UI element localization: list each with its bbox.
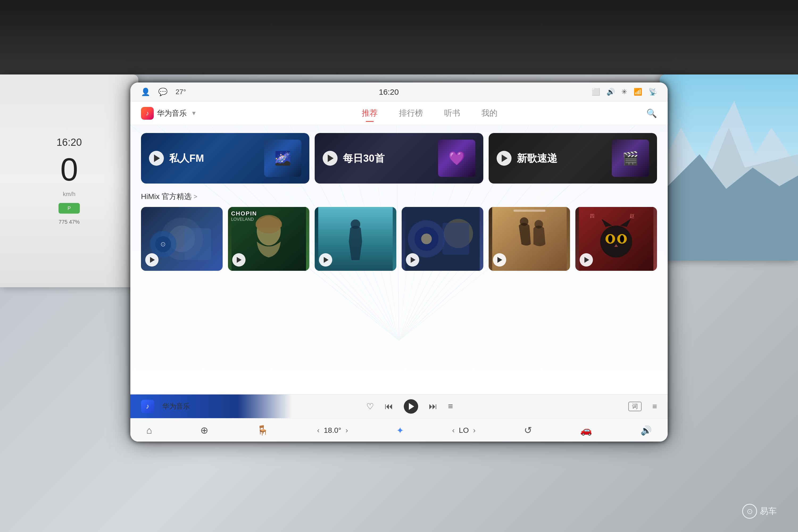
playlist-button[interactable]: ≡ (448, 401, 453, 411)
chopin-text-label: CHOPIN (231, 210, 257, 217)
new-songs-thumbnail: 🎬 (612, 140, 649, 177)
tab-audiobook[interactable]: 听书 (444, 106, 460, 121)
signal-icon: 📡 (648, 88, 657, 96)
play-daily30-button[interactable] (323, 151, 338, 166)
fan-speed-control: ‹ LO › (452, 426, 476, 435)
album-card-5[interactable] (489, 207, 570, 271)
play-pause-button[interactable] (404, 399, 418, 414)
car-mode-icon: 🚗 (580, 425, 592, 436)
svg-text:⊙: ⊙ (160, 241, 166, 248)
featured-row: 私人FM 🌌 每日30首 💜 (141, 133, 657, 184)
volume-button[interactable]: 🔊 (641, 425, 652, 436)
svg-rect-46 (513, 210, 545, 212)
temperature-control: ‹ 18.0° › (317, 426, 348, 435)
album-card-6[interactable]: 赵 四 (575, 207, 657, 271)
daily30-thumbnail: 💜 (438, 140, 475, 177)
huawei-music-icon: ♪ (141, 107, 154, 120)
prev-button[interactable]: ⏮ (385, 401, 393, 411)
svg-point-36 (351, 220, 360, 229)
fan-speed-increase-button[interactable]: › (473, 426, 475, 435)
more-menu-button[interactable]: ≡ (652, 402, 657, 411)
fan-icon[interactable]: ✦ (396, 425, 404, 436)
album-6-inner: 赵 四 (575, 207, 657, 271)
new-songs-image: 🎬 (612, 140, 649, 177)
user-icon: 👤 (141, 88, 150, 96)
recirculate-button[interactable]: ↺ (524, 425, 532, 436)
personal-fm-image: 🌌 (264, 140, 301, 177)
album-1-play-button[interactable] (145, 253, 158, 267)
player-app-icon: ♪ (141, 400, 154, 413)
featured-card-personal-fm[interactable]: 私人FM 🌌 (141, 133, 309, 184)
chopin-subtitle-label: LOVELAND (231, 217, 257, 222)
play-icon-2 (328, 155, 334, 162)
album-2-inner: CHOPIN LOVELAND (228, 207, 310, 271)
album-card-chopin[interactable]: CHOPIN LOVELAND (228, 207, 310, 271)
daily30-image: 💜 (438, 140, 475, 177)
play-icon-3 (502, 155, 508, 162)
album-4-play-icon (411, 257, 416, 263)
featured-card-new-songs[interactable]: 新歌速递 🎬 (489, 133, 657, 184)
svg-point-44 (520, 217, 528, 226)
status-time: 16:20 (379, 88, 399, 97)
cluster-speed: 0 (60, 153, 78, 185)
mountain-display (660, 75, 798, 261)
tab-mine[interactable]: 我的 (481, 106, 497, 121)
album-5-play-button[interactable] (493, 253, 506, 267)
album-3-play-icon (324, 257, 328, 263)
album-5-play-icon (497, 257, 502, 263)
next-button[interactable]: ⏭ (429, 401, 437, 411)
app-logo[interactable]: ♪ 华为音乐 ▼ (141, 107, 197, 120)
play-personal-fm-button[interactable] (149, 151, 164, 166)
bluetooth-icon: ✳ (621, 88, 627, 96)
album-3-inner (315, 207, 396, 271)
fan-speed-value: LO (459, 426, 469, 435)
player-controls: ♡ ⏮ ⏭ ≡ (290, 399, 529, 414)
right-screen (660, 75, 798, 261)
section-header: HiMix 官方精选 > (141, 191, 657, 202)
message-icon: 💬 (158, 88, 168, 96)
featured-card-daily30[interactable]: 每日30首 💜 (315, 133, 483, 184)
temp-decrease-button[interactable]: ‹ (317, 426, 320, 435)
content-wrapper: ♪ 华为音乐 ▼ 推荐 排行榜 听书 我的 🔍 (130, 101, 668, 418)
svg-point-48 (600, 226, 632, 258)
watermark-icon: ⊙ (747, 507, 753, 516)
temp-increase-button[interactable]: › (345, 426, 348, 435)
cluster-gear: P (58, 203, 80, 214)
app-name: 华为音乐 (157, 108, 187, 118)
home-button[interactable]: ⌂ (146, 425, 152, 436)
nav-bar: ♪ 华为音乐 ▼ 推荐 排行榜 听书 我的 🔍 (130, 101, 668, 125)
player-bar: ♪ 华为音乐 ♡ ⏮ ⏭ ≡ 词 ≡ (130, 394, 668, 418)
new-songs-title: 新歌速递 (517, 152, 607, 165)
lyrics-label: 词 (632, 402, 638, 411)
album-1-play-icon (150, 257, 155, 263)
cluster-unit: km/h (63, 191, 76, 198)
watermark-circle: ⊙ (742, 504, 757, 519)
album-card-4[interactable] (402, 207, 483, 271)
main-screen: 👤 💬 27° 16:20 ⬜ 🔊 ✳ 📶 📡 ♪ 华为音乐 ▼ 推荐 排行榜 … (130, 82, 668, 441)
album-6-play-icon (584, 257, 589, 263)
tab-recommend[interactable]: 推荐 (362, 106, 378, 121)
fan-speed-decrease-button[interactable]: ‹ (452, 426, 455, 435)
svg-rect-30 (184, 228, 211, 260)
daily30-title: 每日30首 (343, 152, 433, 165)
top-dashboard (0, 0, 798, 75)
screen-icon: ⬜ (592, 88, 600, 96)
svg-point-50 (608, 235, 613, 243)
lyrics-button[interactable]: 词 (628, 402, 642, 411)
wifi-icon: 📶 (633, 88, 642, 96)
album-2-play-button[interactable] (232, 253, 246, 267)
album-card-1[interactable]: ⊙ (141, 207, 223, 271)
watermark-label: 易车 (760, 506, 777, 517)
album-card-3[interactable] (315, 207, 396, 271)
left-cluster: 16:20 0 km/h P 775 47% (0, 75, 138, 287)
play-new-songs-button[interactable] (497, 151, 512, 166)
speaker-icon: 🔊 (607, 88, 615, 96)
tab-charts[interactable]: 排行榜 (399, 106, 423, 121)
album-3-play-button[interactable] (319, 253, 332, 267)
album-4-play-button[interactable] (406, 253, 419, 267)
search-button[interactable]: 🔍 (646, 108, 657, 118)
section-arrow-icon[interactable]: > (194, 193, 197, 200)
player-app-name: 华为音乐 (162, 402, 282, 411)
player-extra-controls: 词 ≡ (537, 402, 657, 411)
heart-button[interactable]: ♡ (366, 401, 374, 412)
